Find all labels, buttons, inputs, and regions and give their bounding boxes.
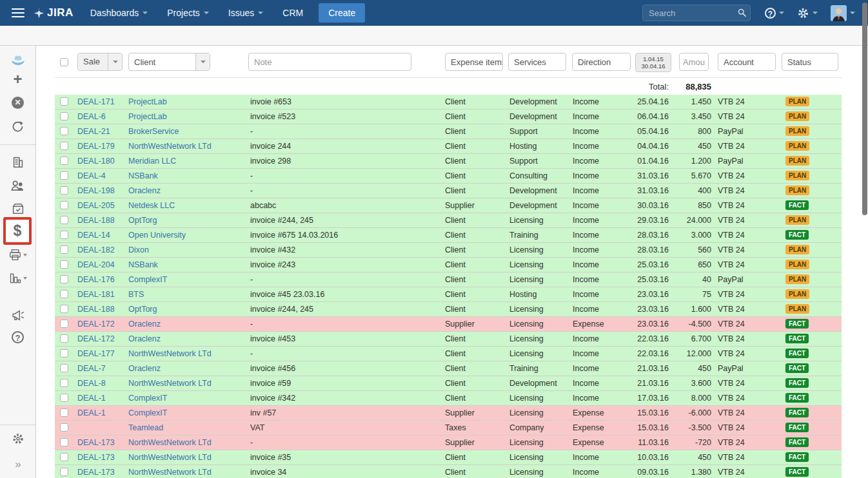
status-badge[interactable]: FACT — [785, 452, 809, 462]
table-row[interactable]: DEAL-8NorthWestNetwork LTdinvoice #59Cli… — [55, 376, 842, 391]
companies-icon[interactable] — [0, 155, 35, 169]
deal-key-link[interactable]: DEAL-179 — [77, 142, 115, 151]
table-row[interactable]: DEAL-6ProjectLabinvoice #523ClientDevelo… — [55, 110, 842, 124]
client-link[interactable]: Open University — [128, 231, 186, 240]
status-badge[interactable]: PLAN — [785, 289, 809, 299]
collapse-sidebar-icon[interactable]: » — [0, 458, 35, 471]
row-checkbox[interactable] — [60, 245, 68, 254]
deal-key-link[interactable]: DEAL-181 — [77, 290, 115, 299]
deal-key-link[interactable]: DEAL-171 — [77, 97, 115, 106]
row-checkbox[interactable] — [60, 260, 68, 269]
row-checkbox[interactable] — [60, 438, 68, 446]
table-row[interactable]: DEAL-4NSBank-ClientConsultingIncome31.03… — [55, 169, 842, 184]
client-link[interactable]: BTS — [128, 290, 144, 299]
table-row[interactable]: DEAL-176ComplexIT-ClientLicensingIncome2… — [55, 272, 842, 287]
status-badge[interactable]: FACT — [785, 363, 809, 373]
client-link[interactable]: Teamlead — [128, 423, 163, 432]
row-checkbox[interactable] — [60, 408, 68, 417]
deal-key-link[interactable]: DEAL-1 — [77, 408, 106, 417]
client-link[interactable]: ComplexIT — [128, 394, 167, 403]
status-badge[interactable]: FACT — [785, 467, 809, 477]
client-link[interactable]: NorthWestNetwork LTd — [128, 349, 212, 358]
search-icon[interactable] — [737, 8, 747, 17]
row-checkbox[interactable] — [60, 216, 68, 224]
note-filter-input[interactable] — [248, 53, 411, 71]
status-badge[interactable]: PLAN — [785, 274, 809, 284]
deal-key-link[interactable]: DEAL-6 — [77, 112, 106, 121]
row-checkbox[interactable] — [60, 468, 68, 476]
status-badge[interactable]: FACT — [785, 200, 809, 210]
client-link[interactable]: Oraclenz — [128, 320, 161, 329]
status-badge[interactable]: FACT — [785, 393, 809, 403]
table-row[interactable]: DEAL-177NorthWestNetwork LTd-ClientLicen… — [55, 347, 842, 361]
row-checkbox[interactable] — [60, 290, 68, 298]
status-badge[interactable]: PLAN — [785, 245, 809, 254]
products-icon[interactable] — [0, 202, 35, 216]
table-row[interactable]: DEAL-1ComplexITinvoice #342ClientLicensi… — [55, 391, 842, 406]
table-row[interactable]: DEAL-172Oraclenzinvoice #453ClientLicens… — [55, 332, 842, 347]
deal-key-link[interactable]: DEAL-176 — [77, 275, 115, 284]
account-filter[interactable]: Account — [718, 53, 776, 71]
table-row[interactable]: DEAL-182Dixoninvoice #432ClientLicensing… — [55, 243, 842, 258]
client-link[interactable]: NorthWestNetwork LTd — [128, 142, 212, 151]
status-badge[interactable]: PLAN — [785, 126, 809, 136]
table-row[interactable]: DEAL-180Meridian LLCinvoice 298ClientSup… — [55, 154, 842, 169]
status-badge[interactable]: FACT — [785, 334, 809, 343]
jira-logo[interactable]: JIRA — [34, 6, 74, 19]
deal-key-link[interactable]: DEAL-182 — [77, 245, 115, 254]
client-link[interactable]: OptTorg — [128, 216, 157, 225]
print-icon[interactable] — [0, 249, 35, 261]
table-row[interactable]: DEAL-181BTSinvoice #45 23.03.16ClientHos… — [55, 287, 842, 302]
client-link[interactable]: NorthWestNetwork LTd — [128, 379, 212, 388]
status-badge[interactable]: FACT — [785, 349, 809, 358]
settings-icon[interactable] — [0, 432, 35, 445]
row-checkbox[interactable] — [60, 171, 68, 180]
status-filter[interactable]: Status — [782, 53, 838, 71]
client-link[interactable]: Dixon — [128, 245, 149, 254]
deal-key-link[interactable]: DEAL-173 — [77, 453, 115, 462]
user-menu[interactable] — [831, 5, 855, 21]
deal-key-link[interactable]: DEAL-198 — [77, 186, 115, 195]
deal-key-link[interactable]: DEAL-172 — [77, 320, 115, 329]
row-checkbox[interactable] — [60, 275, 68, 283]
deal-key-link[interactable]: DEAL-177 — [77, 349, 115, 358]
table-row[interactable]: DEAL-1ComplexITinv #57SupplierLicensingE… — [55, 406, 842, 421]
status-badge[interactable]: PLAN — [785, 171, 809, 180]
status-badge[interactable]: PLAN — [785, 215, 809, 225]
table-row[interactable]: DEAL-14Open Universityinvoice #675 14.03… — [55, 228, 842, 243]
client-link[interactable]: ProjectLab — [128, 97, 167, 106]
deal-key-link[interactable]: DEAL-14 — [77, 231, 110, 240]
cancel-icon[interactable]: ✕ — [0, 96, 35, 109]
client-link[interactable]: Oraclenz — [128, 364, 161, 373]
deal-key-link[interactable]: DEAL-1 — [77, 394, 106, 403]
row-checkbox[interactable] — [60, 453, 68, 461]
help-menu[interactable]: ? — [765, 8, 784, 19]
deal-key-link[interactable]: DEAL-188 — [77, 216, 115, 225]
client-link[interactable]: Meridian LLC — [128, 157, 176, 166]
deal-key-link[interactable]: DEAL-7 — [77, 364, 106, 373]
row-checkbox[interactable] — [60, 186, 68, 195]
row-checkbox[interactable] — [60, 112, 68, 120]
table-row[interactable]: TeamleadVATTaxesCompanyExpense15.03.16-3… — [55, 421, 842, 435]
contacts-icon[interactable] — [0, 178, 35, 192]
client-link[interactable]: NorthWestNetwork LTd — [128, 438, 212, 447]
sale-filter-dropdown[interactable]: Sale — [77, 53, 123, 71]
client-link[interactable]: NorthWestNetwork LTd — [128, 468, 212, 477]
teamlead-crm-logo-icon[interactable] — [0, 53, 35, 67]
client-link[interactable]: ProjectLab — [128, 112, 167, 121]
table-row[interactable]: DEAL-204NSBankinvoice #243ClientLicensin… — [55, 258, 842, 272]
status-badge[interactable]: FACT — [785, 319, 809, 329]
table-row[interactable]: DEAL-171ProjectLabinvoie #653ClientDevel… — [55, 95, 842, 110]
transactions-icon[interactable]: $ — [14, 222, 22, 240]
client-filter-dropdown[interactable]: Client — [128, 53, 210, 71]
direction-filter[interactable]: Direction — [572, 53, 631, 71]
row-checkbox[interactable] — [60, 423, 68, 432]
deal-key-link[interactable]: DEAL-180 — [77, 157, 115, 166]
client-link[interactable]: OptTorg — [128, 305, 157, 314]
deal-key-link[interactable]: DEAL-188 — [77, 305, 115, 314]
date-range-filter[interactable]: 1.04.15 30.04.16 — [635, 53, 671, 72]
table-row[interactable]: DEAL-7Oraclenzinvoice #456ClientTraining… — [55, 361, 842, 376]
status-badge[interactable]: FACT — [785, 378, 809, 388]
status-badge[interactable]: PLAN — [785, 156, 809, 166]
status-badge[interactable]: FACT — [785, 423, 809, 432]
